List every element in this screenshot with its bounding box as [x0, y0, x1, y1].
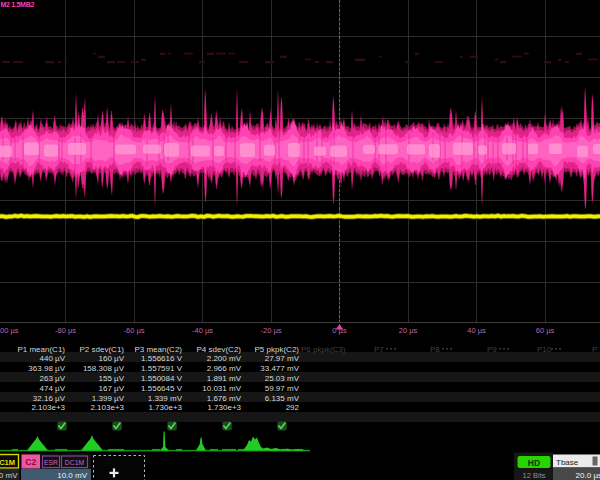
svg-text:32.16 µV: 32.16 µV — [33, 394, 66, 403]
svg-text:P9: P9 — [487, 345, 497, 354]
svg-text:ESR: ESR — [44, 459, 58, 466]
svg-text:M2 1.5MB2: M2 1.5MB2 — [1, 1, 35, 8]
svg-text:P8: P8 — [430, 345, 440, 354]
svg-text:-100 µs: -100 µs — [0, 326, 19, 335]
svg-text:-80 µs: -80 µs — [55, 326, 76, 335]
svg-text:12 Bits: 12 Bits — [523, 471, 546, 480]
svg-text:25.03 mV: 25.03 mV — [265, 374, 300, 383]
svg-text:-40 µs: -40 µs — [192, 326, 213, 335]
svg-text:10.0 mV: 10.0 mV — [57, 471, 87, 480]
svg-text:P7: P7 — [374, 345, 384, 354]
svg-text:363.98 µV: 363.98 µV — [28, 364, 65, 373]
svg-text:P10: P10 — [537, 345, 552, 354]
svg-text:1.339 mV: 1.339 mV — [148, 394, 183, 403]
svg-text:158.308 µV: 158.308 µV — [83, 364, 125, 373]
svg-text:2.103e+3: 2.103e+3 — [90, 403, 124, 412]
svg-text:HD: HD — [528, 458, 540, 468]
svg-text:440 µV: 440 µV — [39, 354, 65, 363]
svg-text:60 µs: 60 µs — [536, 326, 555, 335]
svg-text:40 µs: 40 µs — [467, 326, 486, 335]
svg-text:20.0 µs: 20.0 µs — [576, 471, 600, 480]
svg-text:1.399 µV: 1.399 µV — [92, 394, 125, 403]
svg-text:1.891 mV: 1.891 mV — [207, 374, 242, 383]
svg-text:155 µV: 155 µV — [98, 374, 124, 383]
svg-text:-60 µs: -60 µs — [124, 326, 145, 335]
svg-text:DC1M: DC1M — [0, 458, 15, 467]
svg-text:DC1M: DC1M — [65, 459, 85, 466]
svg-text:-20 µs: -20 µs — [261, 326, 282, 335]
svg-text:160 µV: 160 µV — [98, 354, 124, 363]
svg-text:50.0 mV: 50.0 mV — [0, 471, 18, 480]
svg-text:20 µs: 20 µs — [399, 326, 418, 335]
svg-text:10.031 mV: 10.031 mV — [202, 384, 241, 393]
svg-text:167 µV: 167 µV — [98, 384, 124, 393]
svg-text:292: 292 — [286, 403, 300, 412]
svg-text:1.557591 V: 1.557591 V — [141, 364, 183, 373]
svg-text:2.103e+3: 2.103e+3 — [31, 403, 65, 412]
svg-text:474 µV: 474 µV — [39, 384, 65, 393]
svg-text:1.730e+3: 1.730e+3 — [148, 403, 182, 412]
svg-text:P: P — [592, 345, 597, 354]
svg-text:P5 pkpk(C2): P5 pkpk(C2) — [255, 345, 300, 354]
svg-text:59.97 mV: 59.97 mV — [265, 384, 300, 393]
svg-text:P6 pkpk(C3): P6 pkpk(C3) — [301, 345, 346, 354]
svg-text:2.966 mV: 2.966 mV — [207, 364, 242, 373]
svg-text:P3 mean(C2): P3 mean(C2) — [134, 345, 182, 354]
svg-text:27.97 mV: 27.97 mV — [265, 354, 300, 363]
svg-text:1.556616 V: 1.556616 V — [141, 354, 183, 363]
svg-text:P4 sdev(C2): P4 sdev(C2) — [197, 345, 242, 354]
svg-text:Tbase: Tbase — [556, 458, 579, 467]
svg-text:263 µV: 263 µV — [39, 374, 65, 383]
svg-text:1.550084 V: 1.550084 V — [141, 374, 183, 383]
svg-text:C2: C2 — [25, 457, 36, 467]
svg-text:6.135 mV: 6.135 mV — [265, 394, 300, 403]
svg-text:2.200 mV: 2.200 mV — [207, 354, 242, 363]
svg-text:P1 mean(C1): P1 mean(C1) — [17, 345, 65, 354]
svg-text:P2 sdev(C1): P2 sdev(C1) — [80, 345, 125, 354]
svg-text:1.730e+3: 1.730e+3 — [207, 403, 241, 412]
svg-text:33.477 mV: 33.477 mV — [260, 364, 299, 373]
svg-text:1.676 mV: 1.676 mV — [207, 394, 242, 403]
svg-text:1.556645 V: 1.556645 V — [141, 384, 183, 393]
